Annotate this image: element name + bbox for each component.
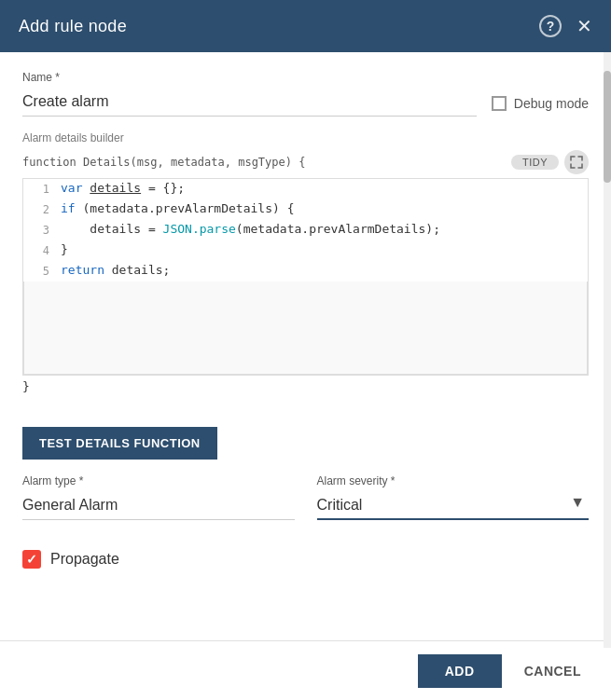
line-num-4: 4 [31, 240, 49, 260]
line-content-4: } [61, 240, 580, 260]
name-debug-row: Name Debug mode [22, 71, 589, 117]
line-content-5: return details; [61, 261, 580, 281]
close-icon[interactable]: ✕ [576, 17, 592, 35]
code-line-3: 3 details = JSON.parse(metadata.prevAlar… [23, 220, 588, 240]
fn-sig-btns: TIDY [511, 150, 589, 174]
alarm-severity-select[interactable]: Critical Major Minor Warning Indetermina… [317, 491, 590, 520]
code-line-4: 4 } [23, 240, 588, 261]
alarm-details-label: Alarm details builder [22, 131, 589, 144]
dialog-footer: ADD CANCEL [0, 640, 611, 700]
help-icon[interactable]: ? [539, 15, 562, 37]
code-line-2: 2 if (metadata.prevAlarmDetails) { [23, 199, 588, 220]
propagate-label: Propagate [50, 551, 119, 568]
line-num-1: 1 [31, 179, 49, 199]
closing-brace: } [22, 376, 589, 397]
code-editor-empty-area [23, 281, 588, 375]
fullscreen-button[interactable] [564, 150, 589, 174]
alarm-type-severity-row: Alarm type Alarm severity Critical Major… [22, 474, 589, 535]
propagate-checkbox[interactable]: ✓ [22, 550, 41, 569]
line-num-2: 2 [31, 199, 49, 219]
tidy-button[interactable]: TIDY [511, 155, 559, 170]
line-num-3: 3 [31, 220, 49, 240]
checkbox-check-icon: ✓ [26, 552, 37, 567]
debug-checkbox[interactable] [492, 96, 507, 111]
code-line-5: 5 return details; [23, 261, 588, 281]
function-signature-row: function Details(msg, metadata, msgType)… [22, 150, 589, 174]
line-num-5: 5 [31, 261, 49, 281]
alarm-severity-select-wrap: Critical Major Minor Warning Indetermina… [317, 491, 590, 520]
alarm-type-label: Alarm type [22, 474, 295, 487]
alarm-severity-group: Alarm severity Critical Major Minor Warn… [317, 474, 590, 520]
propagate-row: ✓ Propagate [22, 550, 589, 569]
alarm-severity-label: Alarm severity [317, 474, 590, 487]
dialog-body: Name Debug mode Alarm details builder fu… [0, 52, 611, 640]
name-field-wrap: Name [22, 71, 477, 117]
line-content-1: var details = {}; [61, 179, 580, 199]
scrollbar-track [604, 52, 611, 648]
line-content-3: details = JSON.parse(metadata.prevAlarmD… [61, 220, 580, 240]
cancel-button[interactable]: CANCEL [509, 654, 596, 688]
debug-mode-wrap: Debug mode [492, 96, 589, 117]
alarm-type-input[interactable] [22, 491, 295, 520]
debug-label: Debug mode [514, 96, 589, 111]
dialog-title: Add rule node [19, 17, 127, 36]
dialog-header: Add rule node ? ✕ [0, 0, 611, 52]
name-input[interactable] [22, 88, 477, 117]
line-content-2: if (metadata.prevAlarmDetails) { [61, 199, 580, 219]
add-button[interactable]: ADD [418, 654, 502, 688]
alarm-type-group: Alarm type [22, 474, 295, 520]
name-label: Name [22, 71, 477, 84]
add-rule-node-dialog: Add rule node ? ✕ Name Debug mode Alarm … [0, 0, 611, 700]
test-details-function-button[interactable]: TEST DETAILS FUNCTION [22, 427, 217, 460]
alarm-details-section: Alarm details builder function Details(m… [22, 131, 589, 397]
scrollbar-thumb[interactable] [604, 71, 611, 183]
header-actions: ? ✕ [539, 15, 592, 37]
fullscreen-icon [570, 156, 583, 169]
code-line-1: 1 var details = {}; [23, 179, 588, 199]
function-signature-text: function Details(msg, metadata, msgType)… [22, 156, 305, 169]
code-editor[interactable]: 1 var details = {}; 2 if (metadata.prevA… [22, 178, 589, 376]
